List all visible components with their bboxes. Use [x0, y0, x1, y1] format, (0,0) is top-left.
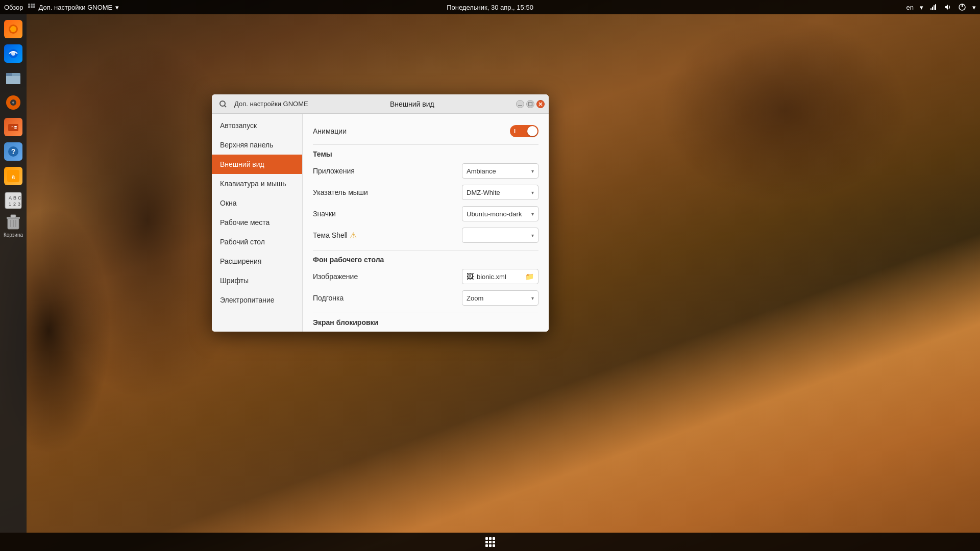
animations-row: Анимации I [313, 122, 538, 140]
shell-label-group: Тема Shell ⚠ [313, 231, 359, 240]
svg-text:?: ? [11, 147, 16, 156]
dock-item-firefox[interactable] [3, 18, 24, 40]
wallpaper-file-icon: 🖼 [467, 272, 474, 281]
dock-item-character-map[interactable]: A B C 1 2 3 [3, 190, 24, 211]
wallpaper-image-picker[interactable]: 🖼 bionic.xml 📁 [462, 269, 538, 284]
top-panel: Обзор Доп. настройки GNOME ▾ Понедельник… [0, 0, 980, 14]
power-icon[interactable] [958, 3, 966, 11]
close-button[interactable] [536, 100, 545, 108]
applications-value: Ambiance [467, 167, 496, 175]
sidebar-item-fonts[interactable]: Шрифты [212, 271, 302, 290]
overview-button[interactable]: Обзор [4, 4, 23, 11]
bottom-panel [0, 533, 980, 551]
app-menu-arrow: ▾ [115, 4, 119, 11]
maximize-button[interactable] [526, 100, 534, 108]
shell-theme-row: Тема Shell ⚠ ▾ [313, 224, 538, 246]
app-menu[interactable]: Доп. настройки GNOME ▾ [28, 3, 119, 11]
content-area: Анимации I Темы Приложения Ambiance ▾ [303, 114, 549, 332]
wallpaper-fit-dropdown[interactable]: Zoom ▾ [462, 290, 538, 306]
svg-text:B: B [13, 195, 16, 201]
dock-item-help[interactable]: ? [3, 141, 24, 162]
titlebar-buttons [516, 100, 545, 108]
svg-text:A: A [9, 195, 12, 201]
svg-text:a: a [12, 173, 15, 180]
dock-item-amazon[interactable]: a [3, 165, 24, 187]
icons-dropdown-arrow: ▾ [531, 211, 534, 217]
power-arrow: ▾ [972, 4, 976, 11]
svg-rect-38 [11, 215, 16, 218]
app-menu-label: Доп. настройки GNOME [39, 4, 113, 11]
shell-dropdown[interactable]: ▾ [462, 228, 538, 243]
search-button[interactable] [216, 97, 230, 111]
dock-item-thunderbird[interactable] [3, 43, 24, 64]
sidebar-item-appearance[interactable]: Внешний вид [212, 155, 302, 174]
sidebar-item-extensions[interactable]: Расширения [212, 252, 302, 271]
sidebar-item-keyboard-mouse[interactable]: Клавиатура и мышь [212, 174, 302, 193]
network-icon [929, 3, 938, 11]
icons-dropdown[interactable]: Ubuntu-mono-dark ▾ [462, 206, 538, 221]
sidebar: Автозапуск Верхняя панель Внешний вид Кл… [212, 114, 303, 332]
svg-rect-22 [8, 124, 18, 131]
sidebar-item-power[interactable]: Электропитание [212, 290, 302, 310]
desktop: Обзор Доп. настройки GNOME ▾ Понедельник… [0, 0, 980, 551]
svg-rect-18 [6, 73, 12, 76]
sidebar-item-desktop[interactable]: Рабочий стол [212, 232, 302, 252]
wallpaper-image-label: Изображение [313, 272, 358, 281]
wallpaper-fit-label: Подгонка [313, 294, 344, 302]
svg-text:1: 1 [9, 202, 11, 207]
wallpaper-fit-row: Подгонка Zoom ▾ [313, 287, 538, 309]
apps-grid-icon [485, 537, 495, 547]
cursor-theme-row: Указатель мыши DMZ-White ▾ [313, 182, 538, 203]
cursor-label: Указатель мыши [313, 188, 368, 196]
language-indicator[interactable]: en [906, 4, 914, 11]
svg-rect-23 [14, 126, 17, 127]
show-apps-button[interactable] [479, 535, 501, 549]
dock-item-trash[interactable]: Корзина [3, 214, 24, 236]
cursor-dropdown-arrow: ▾ [531, 190, 534, 195]
cursor-value: DMZ-White [467, 189, 500, 196]
cursor-dropdown[interactable]: DMZ-White ▾ [462, 185, 538, 200]
sidebar-item-windows[interactable]: Окна [212, 193, 302, 213]
minimize-button[interactable] [516, 100, 524, 108]
wallpaper-image-value: bionic.xml [477, 273, 506, 281]
dock: ? a A B C 1 2 [0, 14, 27, 533]
animations-toggle[interactable]: I [510, 125, 538, 137]
divider-1 [313, 144, 538, 145]
svg-rect-1 [31, 4, 33, 6]
dock-item-rhythmbox[interactable] [3, 92, 24, 113]
svg-rect-3 [28, 6, 30, 8]
svg-rect-9 [935, 4, 936, 10]
icons-value: Ubuntu-mono-dark [467, 210, 522, 218]
animations-label: Анимации [313, 127, 347, 135]
gnome-tweaks-window: Доп. настройки GNOME Внешний вид [212, 94, 549, 332]
icons-label: Значки [313, 210, 336, 218]
wallpaper-fit-arrow: ▾ [531, 295, 534, 301]
app-menu-icon [28, 3, 36, 11]
wallpaper-fit-value: Zoom [467, 294, 483, 302]
svg-line-43 [225, 105, 227, 107]
applications-dropdown-arrow: ▾ [531, 168, 534, 174]
applications-label: Приложения [313, 167, 355, 175]
dock-item-ubuntu-software[interactable] [3, 116, 24, 138]
sidebar-item-workspaces[interactable]: Рабочие места [212, 213, 302, 232]
svg-text:2: 2 [13, 202, 16, 207]
datetime-display[interactable]: Понедельник, 30 апр., 15:50 [447, 4, 533, 11]
applications-dropdown[interactable]: Ambiance ▾ [462, 163, 538, 179]
svg-point-15 [11, 52, 15, 56]
svg-rect-45 [528, 102, 532, 106]
sidebar-item-autostart[interactable]: Автозапуск [212, 116, 302, 135]
svg-rect-8 [934, 5, 935, 10]
language-arrow: ▾ [920, 4, 923, 11]
titlebar-app-title: Доп. настройки GNOME [234, 100, 308, 108]
divider-2 [313, 250, 538, 251]
svg-point-21 [12, 102, 14, 104]
dock-item-files[interactable] [3, 67, 24, 89]
sidebar-item-topbar[interactable]: Верхняя панель [212, 135, 302, 155]
titlebar-section-title: Внешний вид [390, 100, 434, 108]
svg-rect-17 [6, 76, 20, 84]
svg-rect-2 [33, 4, 35, 6]
wallpaper-image-row: Изображение 🖼 bionic.xml 📁 [313, 266, 538, 287]
trash-label: Корзина [4, 232, 23, 238]
svg-rect-7 [932, 7, 933, 10]
titlebar: Доп. настройки GNOME Внешний вид [212, 94, 549, 114]
